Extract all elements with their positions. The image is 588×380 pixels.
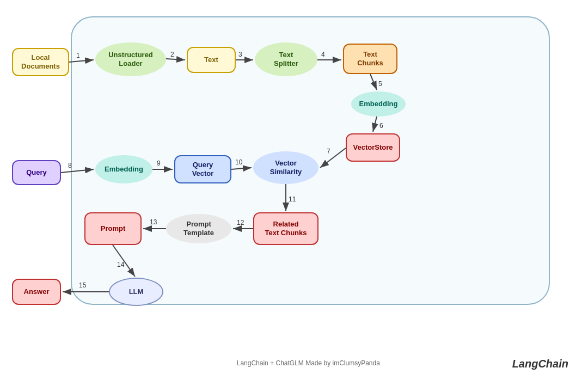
- node-prompt: Prompt: [84, 212, 142, 245]
- node-query-vector: Query Vector: [174, 155, 231, 183]
- node-local-documents: Local Documents: [12, 48, 69, 76]
- credit-label: LangChain + ChatGLM Made by imClumsyPand…: [237, 359, 380, 367]
- node-llm: LLM: [109, 278, 163, 306]
- node-text-chunks-top: Text Chunks: [343, 44, 397, 74]
- node-text-splitter: Text Splitter: [255, 42, 317, 76]
- node-answer: Answer: [12, 279, 61, 305]
- node-related-text-chunks: Related Text Chunks: [253, 212, 318, 245]
- node-unstructured-loader: Unstructured Loader: [95, 42, 166, 76]
- node-embedding-top: Embedding: [351, 91, 406, 117]
- node-vectorstore: VectorStore: [346, 133, 400, 162]
- node-vector-similarity: Vector Similarity: [253, 151, 318, 184]
- node-text: Text: [187, 47, 236, 73]
- node-prompt-template: Prompt Template: [166, 214, 231, 243]
- node-query: Query: [12, 160, 61, 185]
- langchain-label: LangChain: [512, 358, 568, 370]
- node-embedding-mid: Embedding: [95, 155, 152, 183]
